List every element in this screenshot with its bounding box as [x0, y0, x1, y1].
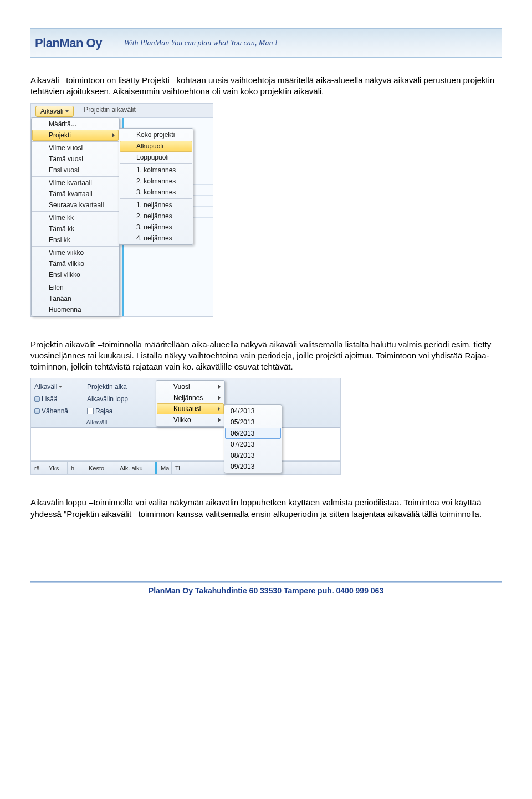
aikavali-dropdown[interactable]: Määritä...ProjektiViime vuosiTämä vuosiE… [31, 117, 120, 316]
month-item[interactable]: 08/2013 [225, 450, 281, 461]
menu-item[interactable]: Kuukausi [157, 403, 224, 414]
chevron-down-icon [65, 110, 69, 112]
menu-item[interactable]: Projekti [32, 130, 119, 141]
paragraph-1: Aikaväli –toimintoon on lisätty Projekti… [30, 75, 502, 98]
month-list-menu[interactable]: 04/201305/201306/201307/201308/201309/20… [224, 404, 282, 473]
chevron-right-icon [218, 407, 220, 411]
chevron-right-icon [218, 396, 221, 400]
aikavali-button[interactable]: Aikaväli [35, 106, 74, 117]
menu-item[interactable]: 1. neljännes [120, 198, 192, 211]
chevron-right-icon [218, 385, 221, 389]
menu-item[interactable]: Ensi vuosi [32, 165, 119, 176]
footer-text: PlanMan Oy Takahuhdintie 60 33530 Tamper… [30, 583, 502, 603]
brand-header: PlanMan Oy With PlanMan You can plan wha… [30, 28, 502, 58]
menu-item[interactable]: Loppupuoli [120, 152, 192, 163]
menu-item[interactable]: Ensi viikko [32, 269, 119, 280]
menu-item[interactable]: Viime vuosi [32, 141, 119, 153]
menu-item[interactable]: Viime kvartaali [32, 176, 119, 188]
menu-item[interactable]: Vuosi [157, 381, 224, 392]
vahenna-btn[interactable]: Vähennä [34, 407, 87, 415]
projektin-aikavalit-label: Projektin aikavälit [84, 106, 135, 114]
column-header[interactable]: Yks [45, 462, 68, 474]
menu-item[interactable]: Huomenna [32, 304, 119, 315]
column-header[interactable]: Ti [172, 462, 186, 474]
screenshot-aikavali-menu: Aikaväli Projektin aikavälit Määritä...P… [30, 103, 213, 317]
logo: PlanMan Oy [35, 36, 102, 50]
zoom-out-icon [34, 408, 40, 414]
column-header[interactable]: Aik. alku [116, 462, 155, 474]
chevron-down-icon [59, 386, 62, 388]
menu-item[interactable]: Määritä... [32, 119, 119, 130]
menu-item[interactable]: Seuraava kvartaali [32, 199, 119, 211]
screenshot-kuukausi-menu: Aikaväli Projektin aika Lisää Aikavälin … [30, 378, 341, 475]
menu-item[interactable]: 3. neljännes [120, 222, 192, 233]
chevron-right-icon [218, 418, 221, 422]
menu-item[interactable]: 4. neljännes [120, 233, 192, 244]
menu-item[interactable]: Alkupuoli [120, 141, 192, 152]
rajaa-checkbox[interactable]: Rajaa [87, 407, 159, 415]
menu-item[interactable]: Viime viikko [32, 246, 119, 258]
menu-item[interactable]: Eilen [32, 281, 119, 293]
menu-item[interactable]: Tämä kvartaali [32, 188, 119, 199]
empty-grid-area [31, 428, 340, 461]
projekti-submenu[interactable]: Koko projektiAlkupuoliLoppupuoli1. kolma… [119, 128, 193, 245]
column-header[interactable]: Ma [157, 462, 172, 474]
chevron-right-icon [112, 133, 115, 137]
menu-item[interactable]: 2. neljännes [120, 211, 192, 222]
zoom-in-icon [34, 396, 40, 402]
menu-item[interactable]: 1. kolmannes [120, 163, 192, 176]
month-item[interactable]: 06/2013 [225, 428, 281, 439]
menu-item[interactable]: Koko projekti [120, 129, 192, 140]
month-item[interactable]: 05/2013 [225, 417, 281, 428]
month-item[interactable]: 09/2013 [225, 461, 281, 472]
menu-item[interactable]: Tämä kk [32, 223, 119, 234]
aikavalin-loppu-btn[interactable]: Aikavälin lopp [87, 395, 159, 403]
checkbox-icon [87, 408, 94, 414]
menu-item[interactable]: Viikko [157, 414, 224, 426]
paragraph-2: Projektin aikavälit –toiminnolla määrite… [30, 339, 502, 373]
month-item[interactable]: 04/2013 [225, 406, 281, 417]
column-header[interactable]: rä [31, 462, 45, 474]
column-header[interactable]: h [68, 462, 85, 474]
ribbon-group-label: Aikaväli [34, 419, 159, 426]
aikavali-dropdown-btn[interactable]: Aikaväli [34, 383, 87, 391]
menu-item[interactable]: Neljännes [157, 392, 224, 403]
paragraph-3: Aikavälin loppu –toiminnolla voi valita … [30, 497, 502, 520]
period-type-menu[interactable]: VuosiNeljännesKuukausiViikko [156, 380, 225, 427]
column-header[interactable]: Kesto [85, 462, 116, 474]
menu-item[interactable]: Tänään [32, 293, 119, 304]
lisaa-btn[interactable]: Lisää [34, 395, 87, 403]
projektin-aikavalit-btn[interactable]: Projektin aika [87, 383, 159, 391]
menu-item[interactable]: 3. kolmannes [120, 187, 192, 198]
logo-text: PlanMan Oy [35, 36, 102, 50]
column-headers: räYkshKestoAik. alkuMaTi [31, 461, 340, 474]
menu-item[interactable]: Viime kk [32, 211, 119, 223]
aikavali-button-label: Aikaväli [40, 107, 63, 115]
month-item[interactable]: 07/2013 [225, 439, 281, 450]
menu-item[interactable]: Tämä vuosi [32, 153, 119, 165]
menu-item[interactable]: 2. kolmannes [120, 176, 192, 187]
menu-item[interactable]: Ensi kk [32, 234, 119, 245]
menu-item[interactable]: Tämä viikko [32, 258, 119, 269]
tagline: With PlanMan You can plan what You can, … [124, 39, 278, 48]
